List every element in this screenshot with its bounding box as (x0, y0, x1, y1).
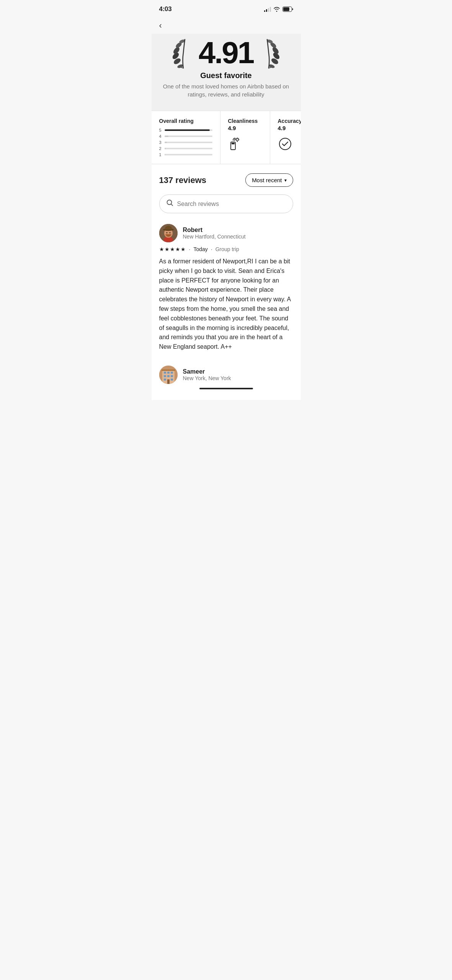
bar-track-2 (165, 148, 212, 149)
accuracy-score: 4.9 (278, 125, 301, 131)
review-text-robert: As a former resident of Newport,RI I can… (159, 257, 293, 352)
cleanliness-category: Cleanliness 4.9 (220, 111, 270, 164)
reviewer-info-sameer: Sameer New York, New York (183, 368, 231, 381)
svg-rect-32 (167, 375, 170, 377)
svg-rect-30 (171, 372, 173, 374)
reviews-section: 137 reviews Most recent ▾ (152, 164, 301, 400)
battery-icon (282, 7, 293, 12)
meta-dot-robert: · (189, 246, 191, 252)
rating-display: 4.91 (173, 38, 280, 68)
rating-bars: 5 4 3 2 (159, 128, 212, 157)
bar-track-4 (165, 136, 212, 137)
search-icon (166, 199, 173, 208)
search-box[interactable] (159, 194, 293, 213)
bar-row-4: 4 (159, 134, 212, 139)
svg-rect-31 (164, 375, 166, 377)
status-bar: 4:03 (152, 0, 301, 16)
reviewer-row-robert: Robert New Hartford, Connecticut (159, 224, 293, 242)
reviews-count: 137 reviews (159, 175, 207, 185)
reviewer-location-sameer: New York, New York (183, 375, 231, 381)
bar-label-4: 4 (159, 134, 162, 139)
review-date-robert: Today (193, 246, 207, 252)
avatar-robert (159, 224, 178, 242)
bar-row-5: 5 (159, 128, 212, 132)
cleanliness-score: 4.9 (228, 125, 262, 131)
bar-track-3 (165, 142, 212, 143)
bar-label-5: 5 (159, 128, 162, 132)
bar-track-5 (165, 129, 212, 131)
bar-label-2: 2 (159, 146, 162, 151)
review-meta-robert: ★★★★★ · Today · Group trip (159, 246, 293, 252)
overall-rating-section: Overall rating 5 4 3 2 (152, 111, 220, 164)
hero-section: 4.91 Guest favorite One of the most love… (152, 34, 301, 111)
reviewer-name-robert: Robert (183, 227, 246, 234)
accuracy-icon (278, 137, 301, 154)
chevron-down-icon: ▾ (284, 178, 287, 183)
svg-rect-28 (164, 372, 166, 374)
cleanliness-label: Cleanliness (228, 118, 262, 124)
svg-rect-36 (167, 379, 170, 384)
svg-point-23 (166, 232, 167, 234)
status-time: 4:03 (159, 5, 172, 13)
guest-favorite-subtitle: One of the most loved homes on Airbnb ba… (159, 82, 293, 98)
categories-row: Overall rating 5 4 3 2 (152, 111, 301, 164)
svg-rect-34 (164, 379, 166, 381)
bar-fill-1 (165, 154, 166, 155)
laurel-right-icon (256, 38, 279, 68)
review-tag-robert: Group trip (215, 246, 239, 252)
sort-button[interactable]: Most recent ▾ (245, 173, 293, 187)
svg-rect-15 (232, 143, 235, 144)
review-item-robert: Robert New Hartford, Connecticut ★★★★★ ·… (159, 224, 293, 363)
sameer-underline (199, 388, 253, 389)
overall-rating-label: Overall rating (159, 118, 212, 124)
svg-point-24 (169, 232, 170, 234)
signal-icon (264, 7, 271, 12)
bar-label-3: 3 (159, 140, 162, 145)
bar-row-3: 3 (159, 140, 212, 145)
bar-fill-2 (165, 148, 166, 149)
bar-track-1 (165, 154, 212, 155)
back-button-area: ‹ (152, 16, 301, 34)
rating-number: 4.91 (199, 38, 254, 68)
meta-dot2-robert: · (211, 246, 212, 252)
reviewer-info-robert: Robert New Hartford, Connecticut (183, 227, 246, 240)
guest-favorite-title: Guest favorite (200, 71, 251, 80)
svg-rect-33 (171, 375, 173, 377)
search-input[interactable] (177, 201, 286, 207)
bar-row-2: 2 (159, 146, 212, 151)
avatar-sameer (159, 366, 178, 384)
svg-rect-35 (171, 379, 173, 381)
reviewer-row-sameer: Sameer New York, New York (159, 366, 293, 384)
svg-rect-29 (167, 372, 170, 374)
bar-fill-4 (165, 136, 168, 137)
reviews-header: 137 reviews Most recent ▾ (159, 173, 293, 187)
bar-label-1: 1 (159, 152, 162, 157)
wifi-icon (273, 7, 280, 12)
status-icons (264, 7, 293, 12)
sort-label: Most recent (252, 177, 282, 183)
bar-fill-5 (165, 129, 210, 131)
svg-rect-37 (162, 369, 175, 371)
bar-fill-3 (165, 142, 167, 143)
reviewer-name-sameer: Sameer (183, 368, 231, 375)
cleanliness-icon (228, 137, 262, 154)
bar-row-1: 1 (159, 152, 212, 157)
back-icon[interactable]: ‹ (159, 21, 162, 30)
review-stars-robert: ★★★★★ (159, 246, 186, 252)
reviewer-location-robert: New Hartford, Connecticut (183, 234, 246, 240)
review-item-sameer: Sameer New York, New York (159, 366, 293, 400)
accuracy-category: Accuracy 4.9 (270, 111, 301, 164)
laurel-left-icon (173, 38, 196, 68)
svg-point-17 (279, 138, 291, 150)
svg-rect-1 (283, 7, 289, 11)
accuracy-label: Accuracy (278, 118, 301, 124)
